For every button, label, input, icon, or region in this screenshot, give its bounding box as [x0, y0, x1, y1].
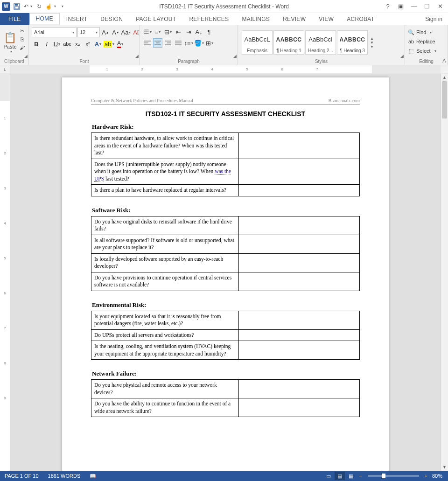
section-heading: Hardware Risk: — [91, 123, 360, 131]
tab-acrobat[interactable]: ACROBAT — [340, 13, 381, 25]
status-words[interactable]: 1861 WORDS — [43, 473, 85, 479]
style-item[interactable]: AaBbCcIHeading 2... — [305, 30, 336, 55]
undo-icon[interactable]: ↶▾ — [23, 2, 33, 11]
group-clipboard: 📋 Paste ▾ ✂ ⎘ 🖌 Clipboard ◢ — [0, 25, 29, 65]
sort-icon[interactable]: A↓ — [194, 27, 203, 36]
question-cell: Is there redundant hardware, to allow wo… — [91, 133, 239, 159]
replace-button[interactable]: abReplace — [408, 37, 445, 46]
collapse-ribbon-icon[interactable]: ᐱ — [442, 58, 446, 64]
tab-page-layout[interactable]: PAGE LAYOUT — [129, 13, 182, 25]
paste-button[interactable]: 📋 Paste ▾ — [3, 27, 17, 58]
superscript-button[interactable]: x² — [83, 39, 92, 49]
help-icon[interactable]: ? — [382, 2, 394, 11]
answer-cell — [239, 159, 360, 185]
subscript-button[interactable]: x₂ — [73, 39, 82, 49]
style-item[interactable]: AABBCC¶ Heading 1 — [273, 30, 304, 55]
tab-references[interactable]: REFERENCES — [182, 13, 235, 25]
zoom-out-icon[interactable]: − — [357, 473, 364, 479]
header-right: Bizmanualz.com — [329, 98, 360, 103]
web-layout-icon[interactable]: ▦ — [346, 472, 356, 480]
status-page[interactable]: PAGE 1 OF 10 — [0, 473, 43, 479]
redo-icon[interactable]: ↻ — [35, 2, 44, 11]
qat-customize-icon[interactable]: ▾ — [57, 2, 66, 11]
tab-mailings[interactable]: MAILINGS — [235, 13, 276, 25]
decrease-indent-icon[interactable]: ⇤ — [174, 27, 183, 36]
style-item[interactable]: AaBbCcLEmphasis — [242, 30, 273, 55]
highlight-icon[interactable]: ab▾ — [104, 39, 114, 49]
print-layout-icon[interactable]: ▤ — [335, 472, 345, 480]
copy-icon[interactable]: ⎘ — [18, 35, 26, 43]
tab-review[interactable]: REVIEW — [276, 13, 312, 25]
borders-icon[interactable]: ⊞▾ — [205, 38, 214, 48]
vertical-scrollbar[interactable]: ▲ ▼ — [441, 74, 448, 471]
numbering-icon[interactable]: ≡▾ — [153, 27, 162, 36]
shrink-font-icon[interactable]: A▼ — [111, 28, 120, 37]
align-center-icon[interactable] — [153, 38, 162, 48]
ribbon-display-icon[interactable]: ▣ — [395, 2, 407, 11]
zoom-level[interactable]: 80% — [430, 473, 444, 479]
tab-home[interactable]: HOME — [29, 13, 60, 25]
clipboard-launcher-icon[interactable]: ◢ — [24, 54, 28, 58]
answer-cell — [239, 235, 360, 253]
styles-launcher-icon[interactable]: ◢ — [400, 54, 404, 58]
zoom-thumb[interactable] — [382, 474, 385, 478]
tab-selector-icon[interactable]: L — [0, 65, 10, 73]
window-controls: ? ▣ — ☐ ✕ — [382, 2, 448, 11]
close-icon[interactable]: ✕ — [434, 2, 446, 11]
tab-design[interactable]: DESIGN — [94, 13, 129, 25]
bold-button[interactable]: B — [32, 39, 41, 49]
horizontal-ruler[interactable]: 1234567 — [10, 65, 441, 73]
minimize-icon[interactable]: — — [408, 2, 420, 11]
font-name-select[interactable]: Arial▾ — [32, 27, 77, 37]
font-color-icon[interactable]: A▾ — [115, 39, 125, 49]
bullets-icon[interactable]: ☰▾ — [143, 27, 152, 36]
question-cell: Is locally developed software supported … — [91, 253, 239, 272]
show-marks-icon[interactable]: ¶ — [204, 27, 214, 36]
line-spacing-icon[interactable]: ↕≡▾ — [184, 38, 193, 48]
scroll-up-icon[interactable]: ▲ — [441, 74, 448, 81]
style-item[interactable]: AABBCC¶ Heading 3 — [337, 30, 368, 55]
question-cell: Does the UPS (uninterruptible power supp… — [91, 159, 239, 185]
touch-mode-icon[interactable]: ☝▾ — [46, 2, 55, 11]
status-bar: PAGE 1 OF 10 1861 WORDS 📖 ▭ ▤ ▦ − + 80% — [0, 471, 448, 481]
tab-insert[interactable]: INSERT — [60, 13, 94, 25]
find-button[interactable]: 🔍Find▾ — [408, 28, 445, 36]
shading-icon[interactable]: 🪣▾ — [194, 38, 204, 48]
font-launcher-icon[interactable]: ◢ — [135, 54, 139, 58]
underline-button[interactable]: U▾ — [52, 39, 62, 49]
format-painter-icon[interactable]: 🖌 — [18, 44, 26, 51]
save-icon[interactable] — [12, 2, 21, 11]
grow-font-icon[interactable]: A▲ — [101, 28, 110, 37]
scroll-down-icon[interactable]: ▼ — [441, 463, 448, 471]
zoom-slider[interactable] — [368, 475, 419, 477]
question-cell: Do UPSs protect all servers and workstat… — [91, 329, 239, 341]
change-case-icon[interactable]: Aa▾ — [121, 28, 131, 37]
cut-icon[interactable]: ✂ — [18, 27, 26, 35]
strikethrough-button[interactable]: abc — [63, 39, 72, 49]
sign-in-link[interactable]: Sign in — [420, 13, 448, 25]
status-proofing-icon[interactable]: 📖 — [85, 473, 101, 479]
justify-icon[interactable] — [174, 38, 183, 48]
clear-formatting-icon[interactable]: A⃠ — [132, 28, 141, 37]
font-size-select[interactable]: 12▾ — [77, 27, 100, 37]
group-label-styles: Styles — [241, 58, 402, 64]
text-effects-icon[interactable]: A▾ — [93, 39, 103, 49]
align-right-icon[interactable] — [163, 38, 173, 48]
tab-file[interactable]: FILE — [0, 13, 29, 25]
zoom-in-icon[interactable]: + — [423, 473, 429, 479]
scroll-thumb[interactable] — [442, 81, 447, 119]
italic-button[interactable]: I — [42, 39, 51, 49]
styles-more-icon[interactable]: ▲▼▾ — [369, 36, 375, 49]
select-button[interactable]: ⬚Select▾ — [408, 47, 445, 55]
maximize-icon[interactable]: ☐ — [421, 2, 433, 11]
section-heading: Software Risk: — [91, 207, 360, 214]
document-canvas[interactable]: Computer & Network Policies and Procedur… — [10, 74, 441, 471]
tab-view[interactable]: VIEW — [312, 13, 340, 25]
vertical-ruler[interactable]: 123456789 — [0, 74, 10, 471]
paragraph-launcher-icon[interactable]: ◢ — [233, 54, 237, 58]
increase-indent-icon[interactable]: ⇥ — [184, 27, 193, 36]
multilevel-list-icon[interactable]: ⊟▾ — [163, 27, 173, 36]
scroll-track[interactable] — [441, 81, 448, 463]
read-mode-icon[interactable]: ▭ — [323, 472, 334, 480]
align-left-icon[interactable] — [143, 38, 152, 48]
